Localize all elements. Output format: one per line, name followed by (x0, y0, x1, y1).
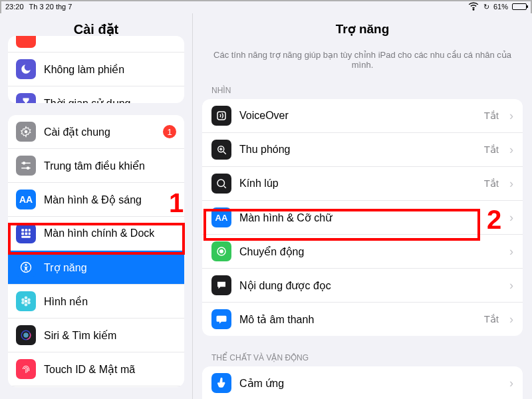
sidebar-item-control-center[interactable]: Trung tâm điều khiển (8, 148, 184, 182)
svg-point-15 (25, 300, 28, 303)
settings-sidebar: Cài đặt Không làm phiền Thời gian sử dụn… (0, 13, 193, 399)
sidebar-item-accessibility[interactable]: Trợ năng (8, 250, 184, 284)
speech-icon (211, 275, 231, 295)
chevron-right-icon: › (509, 177, 513, 191)
svg-point-35 (220, 250, 223, 253)
svg-rect-7 (25, 229, 28, 231)
svg-rect-8 (29, 229, 31, 231)
sidebar-item-home-dock[interactable]: Màn hình chính & Dock (8, 216, 184, 250)
sidebar-item-general[interactable]: Cài đặt chung 1 (8, 115, 184, 148)
hourglass-icon (16, 93, 36, 103)
svg-rect-12 (21, 236, 31, 238)
sidebar-group-2: Cài đặt chung 1 Trung tâm điều khiển AA … (8, 115, 184, 387)
row-display-text[interactable]: AA Màn hình & Cỡ chữ › (202, 200, 523, 234)
row-label: Màn hình & Cỡ chữ (239, 211, 499, 224)
audio-desc-icon (211, 309, 231, 329)
svg-rect-6 (21, 229, 24, 231)
row-spoken-content[interactable]: Nội dung được đọc › (202, 268, 523, 302)
chevron-right-icon: › (509, 143, 513, 157)
chevron-right-icon: › (509, 109, 513, 123)
annotation-number-1: 1 (169, 188, 184, 218)
sidebar-item-screen-time[interactable]: Thời gian sử dụng (8, 86, 184, 103)
grid-icon (16, 223, 36, 243)
row-touch[interactable]: Cảm ứng › (202, 366, 523, 399)
svg-point-14 (25, 264, 27, 266)
sidebar-item-label: Siri & Tìm kiếm (44, 329, 116, 342)
row-label: Kính lúp (239, 178, 476, 190)
sidebar-item-wallpaper[interactable]: Hình nền (8, 284, 184, 318)
rotation-lock-icon: ↻ (483, 3, 489, 11)
section-header-vision: NHÌN (193, 86, 532, 99)
flower-icon (16, 291, 36, 311)
list-physical: Cảm ứng › Điều khiển công tắc Tắt › Khẩu… (202, 366, 523, 399)
svg-point-0 (473, 9, 474, 11)
svg-rect-10 (25, 233, 28, 235)
chevron-right-icon: › (509, 376, 513, 390)
row-label: Thu phóng (239, 144, 476, 156)
status-bar: 23:20 Th 3 20 thg 7 ↻ 61% (0, 0, 532, 13)
row-label: Chuyển động (239, 245, 499, 258)
status-time: 23:20 (5, 3, 24, 11)
row-motion[interactable]: Chuyển động › (202, 234, 523, 268)
svg-line-33 (224, 186, 226, 188)
row-magnifier[interactable]: Kính lúp Tắt › (202, 166, 523, 200)
svg-point-21 (21, 299, 25, 302)
svg-point-20 (21, 301, 25, 305)
sidebar-item-label: Trợ năng (44, 261, 87, 274)
chevron-right-icon: › (509, 245, 513, 259)
sidebar-item-touchid[interactable]: Touch ID & Mật mã (8, 352, 184, 386)
row-label: VoiceOver (239, 110, 476, 122)
sidebar-item-unknown-top[interactable] (8, 36, 184, 52)
chevron-right-icon: › (509, 279, 513, 293)
annotation-number-2: 2 (487, 205, 501, 235)
sidebar-item-label: Màn hình & Độ sáng (44, 194, 142, 206)
text-size-icon: AA (16, 190, 36, 209)
svg-rect-11 (29, 233, 31, 235)
row-zoom[interactable]: Thu phóng Tắt › (202, 132, 523, 166)
wifi-icon (467, 0, 479, 13)
detail-helper-text: Các tính năng trợ năng giúp bạn tùy chỉn… (193, 42, 532, 86)
row-status: Tắt (484, 178, 499, 190)
row-voiceover[interactable]: VoiceOver Tắt › (202, 99, 523, 132)
svg-point-1 (25, 130, 28, 134)
svg-point-19 (25, 303, 28, 307)
sidebar-item-siri[interactable]: Siri & Tìm kiếm (8, 318, 184, 352)
sidebar-item-battery[interactable]: Pin (8, 386, 184, 387)
svg-rect-9 (21, 233, 24, 235)
svg-rect-27 (217, 112, 225, 120)
sidebar-item-dnd[interactable]: Không làm phiền (8, 52, 184, 86)
sidebar-group-1: Không làm phiền Thời gian sử dụng (8, 36, 184, 103)
chevron-right-icon: › (509, 313, 513, 327)
svg-point-24 (23, 332, 29, 338)
sidebar-item-label: Màn hình chính & Dock (44, 227, 154, 239)
gear-icon (16, 122, 36, 142)
sliders-icon (16, 156, 36, 176)
magnifier-icon (211, 174, 231, 194)
svg-point-16 (25, 297, 28, 300)
sidebar-item-label: Hình nền (44, 295, 88, 308)
accessibility-icon (16, 257, 36, 277)
svg-point-32 (217, 180, 225, 187)
list-vision: VoiceOver Tắt › Thu phóng Tắt › Kính lúp… (202, 99, 523, 336)
fingerprint-icon (16, 359, 36, 379)
row-status: Tắt (484, 110, 499, 122)
zoom-icon (211, 140, 231, 160)
row-audio-desc[interactable]: Mô tả âm thanh Tắt › (202, 302, 523, 336)
notification-badge: 1 (163, 125, 176, 138)
sidebar-item-label: Trung tâm điều khiển (44, 160, 145, 172)
row-status: Tắt (484, 313, 499, 325)
row-label: Mô tả âm thanh (239, 313, 476, 326)
svg-point-18 (27, 301, 31, 305)
status-date: Th 3 20 thg 7 (29, 3, 72, 11)
svg-line-29 (223, 152, 226, 154)
sidebar-item-label: Thời gian sử dụng (44, 97, 131, 104)
section-header-physical: THỂ CHẤT VÀ VẬN ĐỘNG (193, 353, 532, 366)
chevron-right-icon: › (509, 211, 513, 225)
moon-icon (16, 59, 36, 79)
voiceover-icon (211, 106, 231, 126)
battery-percent: 61% (493, 3, 508, 11)
sidebar-item-display[interactable]: AA Màn hình & Độ sáng (8, 182, 184, 216)
detail-pane: Trợ năng Các tính năng trợ năng giúp bạn… (193, 13, 532, 399)
battery-icon (512, 3, 527, 10)
svg-point-17 (27, 299, 31, 302)
